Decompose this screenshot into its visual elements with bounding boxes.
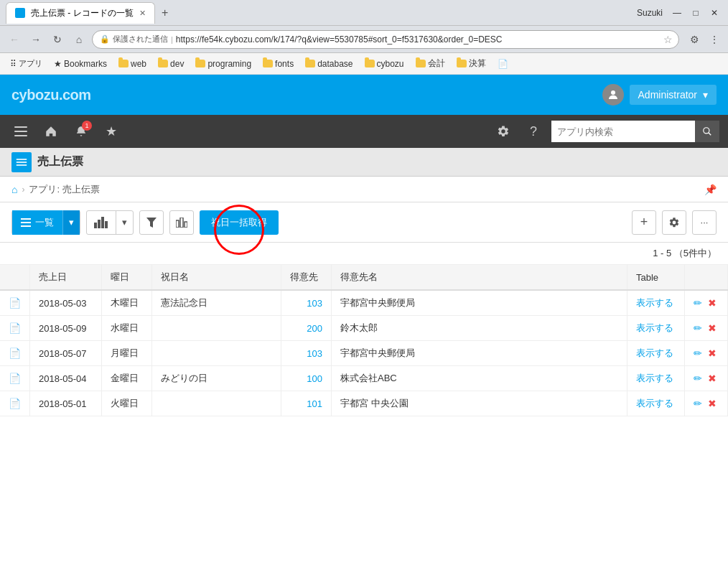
bookmark-cybozu[interactable]: cybozu (360, 57, 409, 70)
back-button[interactable]: ← (6, 31, 23, 48)
row-client-id[interactable]: 103 (281, 290, 332, 316)
delete-button[interactable]: ✖ (708, 297, 717, 309)
table-row: 📄 2018-05-03 木曜日 憲法記念日 103 宇都宮中央郵便局 表示する… (0, 290, 728, 316)
chart-button[interactable] (169, 210, 194, 235)
minimize-button[interactable]: — (669, 5, 685, 21)
row-client-id[interactable]: 100 (281, 366, 332, 391)
user-menu-button[interactable]: Administrator ▾ (630, 85, 717, 105)
svg-point-4 (704, 128, 709, 134)
bookmark-kessan[interactable]: 決算 (452, 56, 490, 71)
bookmark-fonts-label: fonts (275, 59, 294, 69)
bookmark-star-icon[interactable]: ☆ (663, 34, 673, 45)
bookmark-dev[interactable]: dev (154, 57, 188, 70)
edit-button[interactable]: ✏ (694, 398, 702, 409)
delete-button[interactable]: ✖ (708, 373, 717, 384)
extensions-icon[interactable]: ⚙ (686, 32, 702, 47)
svg-line-5 (709, 133, 711, 136)
maximize-button[interactable]: □ (688, 5, 704, 21)
svg-rect-8 (17, 164, 27, 166)
new-tab-button[interactable]: + (155, 3, 175, 23)
col-header-holiday[interactable]: 祝日名 (152, 265, 281, 290)
col-header-client-name[interactable]: 得意先名 (332, 265, 627, 290)
search-input[interactable] (551, 121, 695, 142)
bookmark-file[interactable]: 📄 (493, 57, 513, 70)
url-display[interactable]: https://fe54k.cybozu.com/k/174/?q&view=5… (176, 34, 503, 45)
row-table-button[interactable]: 表示する (627, 391, 685, 416)
bookmark-kaikei[interactable]: 会計 (411, 56, 449, 71)
graph-button[interactable]: ▾ (86, 210, 134, 235)
bookmark-bookmarks-label: Bookmarks (64, 59, 107, 69)
row-table-button[interactable]: 表示する (627, 366, 685, 391)
bookmark-fonts[interactable]: fonts (258, 57, 298, 70)
svg-rect-12 (94, 223, 97, 228)
menu-toggle-button[interactable] (9, 119, 33, 144)
bookmark-database-label: database (317, 59, 353, 69)
svg-rect-1 (14, 126, 27, 128)
bookmark-programing[interactable]: programing (191, 57, 256, 70)
browser-title-bar: 売上伝票 - レコードの一覧 ✕ + Suzuki — □ ✕ (0, 0, 728, 26)
row-table-button[interactable]: 表示する (627, 341, 685, 366)
add-record-button[interactable]: + (632, 210, 656, 235)
more-options-button[interactable]: ··· (692, 210, 717, 235)
row-icon[interactable]: 📄 (0, 341, 30, 366)
row-icon[interactable]: 📄 (0, 290, 30, 316)
row-client-id[interactable]: 200 (281, 316, 332, 341)
cybozu-logo: cybozu.com (11, 87, 91, 103)
bookmark-apps[interactable]: ⠿ アプリ (6, 57, 47, 70)
home-button[interactable]: ⌂ (70, 31, 88, 48)
view-dropdown-button[interactable]: ▾ (62, 210, 80, 235)
row-actions: ✏ ✖ (685, 391, 728, 416)
search-button[interactable] (695, 121, 719, 142)
edit-button[interactable]: ✏ (694, 322, 702, 334)
help-button[interactable]: ? (521, 119, 546, 144)
view-main-button[interactable]: 一覧 (12, 210, 62, 235)
settings-nav-button[interactable] (491, 119, 515, 144)
filter-button[interactable] (139, 210, 164, 235)
row-icon[interactable]: 📄 (0, 366, 30, 391)
secure-label: 保護された通信 (113, 34, 168, 45)
col-header-client-id[interactable]: 得意先 (281, 265, 332, 290)
pin-icon[interactable]: 📌 (704, 184, 717, 195)
bookmark-database[interactable]: database (301, 57, 357, 70)
delete-button[interactable]: ✖ (708, 347, 717, 359)
home-nav-button[interactable] (39, 119, 63, 144)
row-table-button[interactable]: 表示する (627, 290, 685, 316)
tab-close-button[interactable]: ✕ (139, 9, 146, 18)
view-settings-button[interactable] (662, 210, 686, 235)
col-header-table[interactable]: Table (627, 265, 685, 290)
row-client-id[interactable]: 103 (281, 341, 332, 366)
row-day: 火曜日 (102, 391, 152, 416)
holiday-bulk-button[interactable]: 祝日一括取得 (200, 210, 279, 235)
col-header-day[interactable]: 曜日 (102, 265, 152, 290)
row-date: 2018-05-03 (30, 290, 102, 316)
row-icon[interactable]: 📄 (0, 316, 30, 341)
forward-button[interactable]: → (27, 31, 45, 48)
row-icon[interactable]: 📄 (0, 391, 30, 416)
folder-icon (118, 60, 129, 67)
edit-button[interactable]: ✏ (694, 347, 702, 359)
row-client-id[interactable]: 101 (281, 391, 332, 416)
favorites-button[interactable]: ★ (99, 119, 123, 144)
breadcrumb-home-icon[interactable]: ⌂ (11, 184, 17, 195)
tab-favicon (15, 8, 25, 18)
bookmark-dev-label: dev (170, 59, 184, 69)
bookmark-web[interactable]: web (114, 57, 151, 70)
row-table-button[interactable]: 表示する (627, 316, 685, 341)
folder-icon (158, 60, 168, 67)
delete-button[interactable]: ✖ (708, 398, 717, 409)
edit-button[interactable]: ✏ (694, 297, 702, 309)
svg-point-0 (611, 90, 615, 95)
edit-button[interactable]: ✏ (694, 373, 702, 384)
browser-tab[interactable]: 売上伝票 - レコードの一覧 ✕ (6, 2, 155, 24)
col-header-date[interactable]: 売上日 (30, 265, 102, 290)
folder-icon (457, 60, 467, 67)
folder-icon (195, 60, 205, 67)
notification-button[interactable]: 1 (69, 119, 93, 144)
row-actions: ✏ ✖ (685, 341, 728, 366)
graph-dropdown-button[interactable]: ▾ (116, 210, 133, 235)
close-button[interactable]: ✕ (706, 5, 722, 21)
delete-button[interactable]: ✖ (708, 322, 717, 334)
bookmark-bookmarks[interactable]: ★ Bookmarks (50, 57, 111, 70)
menu-icon[interactable]: ⋮ (706, 32, 722, 47)
reload-button[interactable]: ↻ (49, 31, 66, 48)
